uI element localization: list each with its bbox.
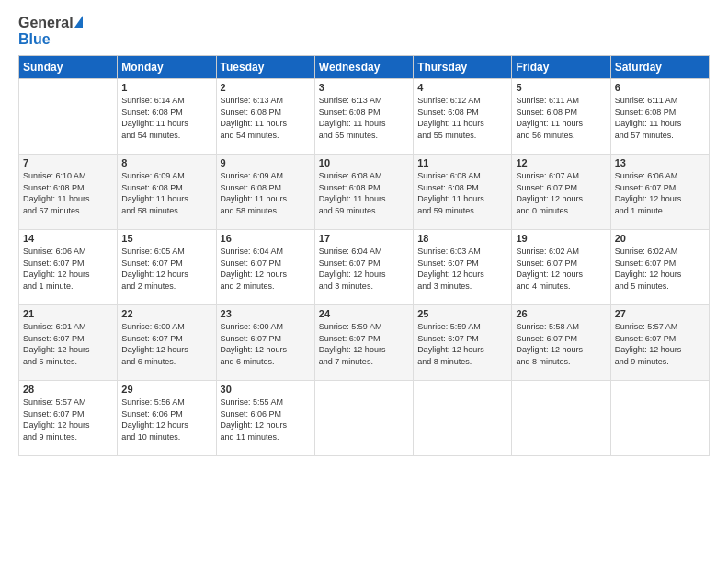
weekday-header-tuesday: Tuesday	[216, 56, 314, 79]
day-number: 15	[121, 233, 211, 244]
logo-general: General	[18, 15, 74, 31]
calendar-cell: 20Sunrise: 6:02 AM Sunset: 6:07 PM Dayli…	[610, 230, 709, 305]
day-content: Sunrise: 6:05 AM Sunset: 6:07 PM Dayligh…	[121, 246, 211, 292]
day-content: Sunrise: 6:02 AM Sunset: 6:07 PM Dayligh…	[516, 246, 606, 292]
day-content: Sunrise: 5:55 AM Sunset: 6:06 PM Dayligh…	[221, 396, 311, 442]
day-content: Sunrise: 5:56 AM Sunset: 6:06 PM Dayligh…	[121, 396, 211, 442]
calendar-week-row: 1Sunrise: 6:14 AM Sunset: 6:08 PM Daylig…	[19, 79, 710, 155]
day-content: Sunrise: 5:57 AM Sunset: 6:07 PM Dayligh…	[23, 396, 113, 442]
day-content: Sunrise: 6:09 AM Sunset: 6:08 PM Dayligh…	[121, 170, 211, 216]
day-content: Sunrise: 6:11 AM Sunset: 6:08 PM Dayligh…	[615, 95, 705, 141]
calendar-cell: 3Sunrise: 6:13 AM Sunset: 6:08 PM Daylig…	[314, 79, 413, 155]
calendar-cell: 27Sunrise: 5:57 AM Sunset: 6:07 PM Dayli…	[610, 305, 709, 381]
logo-blue: Blue	[18, 31, 51, 47]
day-content: Sunrise: 6:01 AM Sunset: 6:07 PM Dayligh…	[23, 321, 113, 367]
calendar-week-row: 7Sunrise: 6:10 AM Sunset: 6:08 PM Daylig…	[19, 155, 710, 230]
weekday-header-thursday: Thursday	[414, 56, 512, 79]
day-content: Sunrise: 6:04 AM Sunset: 6:07 PM Dayligh…	[221, 246, 311, 292]
weekday-header-friday: Friday	[512, 56, 610, 79]
day-number: 8	[121, 157, 211, 168]
calendar-cell	[512, 381, 610, 456]
day-number: 23	[221, 308, 311, 319]
calendar-cell: 29Sunrise: 5:56 AM Sunset: 6:06 PM Dayli…	[118, 381, 216, 456]
calendar-week-row: 14Sunrise: 6:06 AM Sunset: 6:07 PM Dayli…	[19, 230, 710, 305]
day-content: Sunrise: 6:14 AM Sunset: 6:08 PM Dayligh…	[121, 95, 211, 141]
calendar-cell	[414, 381, 512, 456]
day-content: Sunrise: 6:06 AM Sunset: 6:07 PM Dayligh…	[23, 246, 113, 292]
day-content: Sunrise: 6:10 AM Sunset: 6:08 PM Dayligh…	[23, 170, 113, 216]
day-number: 6	[615, 82, 705, 93]
calendar-cell: 30Sunrise: 5:55 AM Sunset: 6:06 PM Dayli…	[216, 381, 314, 456]
day-content: Sunrise: 6:08 AM Sunset: 6:08 PM Dayligh…	[417, 170, 507, 216]
day-content: Sunrise: 6:00 AM Sunset: 6:07 PM Dayligh…	[121, 321, 211, 367]
calendar-cell: 16Sunrise: 6:04 AM Sunset: 6:07 PM Dayli…	[216, 230, 314, 305]
logo: General Blue	[18, 15, 83, 48]
calendar-cell: 23Sunrise: 6:00 AM Sunset: 6:07 PM Dayli…	[216, 305, 314, 381]
calendar-cell: 14Sunrise: 6:06 AM Sunset: 6:07 PM Dayli…	[19, 230, 118, 305]
day-content: Sunrise: 6:11 AM Sunset: 6:08 PM Dayligh…	[516, 95, 606, 141]
day-content: Sunrise: 6:13 AM Sunset: 6:08 PM Dayligh…	[221, 95, 311, 141]
day-number: 3	[319, 82, 409, 93]
calendar-cell: 26Sunrise: 5:58 AM Sunset: 6:07 PM Dayli…	[512, 305, 610, 381]
day-number: 20	[615, 233, 705, 244]
calendar-cell: 7Sunrise: 6:10 AM Sunset: 6:08 PM Daylig…	[19, 155, 118, 230]
day-content: Sunrise: 5:57 AM Sunset: 6:07 PM Dayligh…	[615, 321, 705, 367]
calendar-cell: 8Sunrise: 6:09 AM Sunset: 6:08 PM Daylig…	[118, 155, 216, 230]
calendar-cell	[314, 381, 413, 456]
day-number: 16	[221, 233, 311, 244]
calendar-week-row: 21Sunrise: 6:01 AM Sunset: 6:07 PM Dayli…	[19, 305, 710, 381]
day-number: 17	[319, 233, 409, 244]
calendar-cell: 12Sunrise: 6:07 AM Sunset: 6:07 PM Dayli…	[512, 155, 610, 230]
day-number: 13	[615, 157, 705, 168]
weekday-header-sunday: Sunday	[19, 56, 118, 79]
day-content: Sunrise: 6:07 AM Sunset: 6:07 PM Dayligh…	[516, 170, 606, 216]
calendar-cell	[610, 381, 709, 456]
calendar-cell: 13Sunrise: 6:06 AM Sunset: 6:07 PM Dayli…	[610, 155, 709, 230]
calendar-cell: 19Sunrise: 6:02 AM Sunset: 6:07 PM Dayli…	[512, 230, 610, 305]
day-content: Sunrise: 6:00 AM Sunset: 6:07 PM Dayligh…	[221, 321, 311, 367]
calendar-table: SundayMondayTuesdayWednesdayThursdayFrid…	[18, 55, 710, 456]
day-number: 28	[23, 384, 113, 395]
calendar-cell: 10Sunrise: 6:08 AM Sunset: 6:08 PM Dayli…	[314, 155, 413, 230]
calendar-cell: 28Sunrise: 5:57 AM Sunset: 6:07 PM Dayli…	[19, 381, 118, 456]
day-number: 22	[121, 308, 211, 319]
calendar-cell: 1Sunrise: 6:14 AM Sunset: 6:08 PM Daylig…	[118, 79, 216, 155]
day-number: 24	[319, 308, 409, 319]
day-content: Sunrise: 6:03 AM Sunset: 6:07 PM Dayligh…	[417, 246, 507, 292]
day-content: Sunrise: 6:13 AM Sunset: 6:08 PM Dayligh…	[319, 95, 409, 141]
day-number: 19	[516, 233, 606, 244]
day-content: Sunrise: 5:59 AM Sunset: 6:07 PM Dayligh…	[319, 321, 409, 367]
day-number: 21	[23, 308, 113, 319]
day-number: 1	[121, 82, 211, 93]
calendar-cell: 2Sunrise: 6:13 AM Sunset: 6:08 PM Daylig…	[216, 79, 314, 155]
day-content: Sunrise: 5:59 AM Sunset: 6:07 PM Dayligh…	[417, 321, 507, 367]
calendar-week-row: 28Sunrise: 5:57 AM Sunset: 6:07 PM Dayli…	[19, 381, 710, 456]
calendar-cell: 9Sunrise: 6:09 AM Sunset: 6:08 PM Daylig…	[216, 155, 314, 230]
calendar-cell: 17Sunrise: 6:04 AM Sunset: 6:07 PM Dayli…	[314, 230, 413, 305]
day-content: Sunrise: 6:12 AM Sunset: 6:08 PM Dayligh…	[417, 95, 507, 141]
day-content: Sunrise: 6:04 AM Sunset: 6:07 PM Dayligh…	[319, 246, 409, 292]
day-number: 14	[23, 233, 113, 244]
day-number: 5	[516, 82, 606, 93]
calendar-cell: 15Sunrise: 6:05 AM Sunset: 6:07 PM Dayli…	[118, 230, 216, 305]
day-number: 26	[516, 308, 606, 319]
day-number: 11	[417, 157, 507, 168]
day-number: 7	[23, 157, 113, 168]
day-number: 2	[221, 82, 311, 93]
calendar-header-row: SundayMondayTuesdayWednesdayThursdayFrid…	[19, 56, 710, 79]
weekday-header-saturday: Saturday	[610, 56, 709, 79]
day-number: 30	[221, 384, 311, 395]
day-content: Sunrise: 6:09 AM Sunset: 6:08 PM Dayligh…	[221, 170, 311, 216]
calendar-cell: 5Sunrise: 6:11 AM Sunset: 6:08 PM Daylig…	[512, 79, 610, 155]
day-content: Sunrise: 6:08 AM Sunset: 6:08 PM Dayligh…	[319, 170, 409, 216]
calendar-cell: 18Sunrise: 6:03 AM Sunset: 6:07 PM Dayli…	[414, 230, 512, 305]
day-number: 12	[516, 157, 606, 168]
calendar-cell: 4Sunrise: 6:12 AM Sunset: 6:08 PM Daylig…	[414, 79, 512, 155]
day-content: Sunrise: 6:02 AM Sunset: 6:07 PM Dayligh…	[615, 246, 705, 292]
calendar-cell	[19, 79, 118, 155]
day-number: 4	[417, 82, 507, 93]
day-number: 9	[221, 157, 311, 168]
logo-triangle-icon	[74, 16, 83, 28]
weekday-header-wednesday: Wednesday	[314, 56, 413, 79]
day-number: 18	[417, 233, 507, 244]
